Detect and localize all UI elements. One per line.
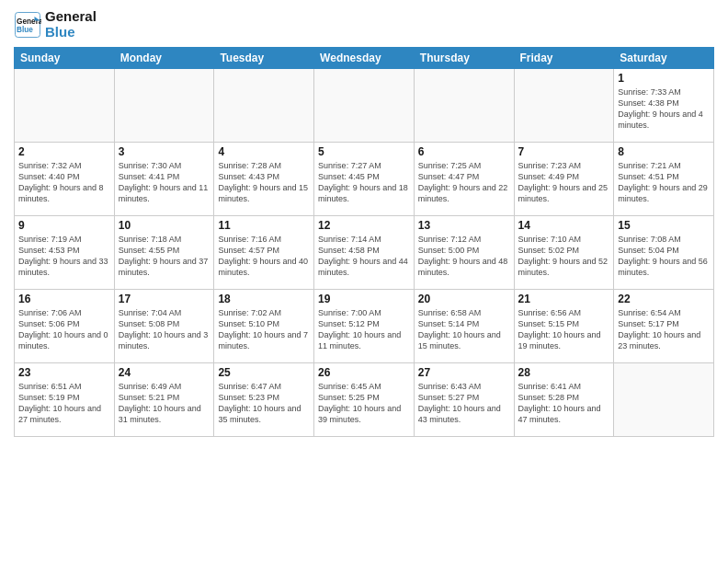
day-info: Sunrise: 6:56 AM Sunset: 5:15 PM Dayligh… [518,307,610,352]
calendar-day-cell: 9Sunrise: 7:19 AM Sunset: 4:53 PM Daylig… [15,216,115,290]
day-number: 22 [618,293,710,305]
day-number: 10 [119,219,210,232]
weekday-header: Saturday [614,48,714,69]
day-info: Sunrise: 7:14 AM Sunset: 4:58 PM Dayligh… [318,234,410,279]
day-number: 5 [318,145,410,158]
day-info: Sunrise: 7:27 AM Sunset: 4:45 PM Dayligh… [318,160,410,205]
day-info: Sunrise: 7:04 AM Sunset: 5:08 PM Dayligh… [119,307,210,352]
calendar-day-cell: 16Sunrise: 7:06 AM Sunset: 5:06 PM Dayli… [15,290,115,363]
day-number: 11 [218,219,310,232]
calendar-day-cell: 28Sunrise: 6:41 AM Sunset: 5:28 PM Dayli… [514,363,614,437]
calendar-day-cell: 17Sunrise: 7:04 AM Sunset: 5:08 PM Dayli… [114,290,214,363]
calendar-day-cell: 19Sunrise: 7:00 AM Sunset: 5:12 PM Dayli… [314,290,415,363]
calendar-day-cell: 11Sunrise: 7:16 AM Sunset: 4:57 PM Dayli… [214,216,314,290]
calendar-day-cell: 20Sunrise: 6:58 AM Sunset: 5:14 PM Dayli… [414,290,514,363]
calendar-day-cell: 27Sunrise: 6:43 AM Sunset: 5:27 PM Dayli… [414,363,514,437]
calendar-day-cell: 23Sunrise: 6:51 AM Sunset: 5:19 PM Dayli… [15,363,115,437]
calendar-table: SundayMondayTuesdayWednesdayThursdayFrid… [14,47,714,437]
day-number: 15 [618,219,710,232]
day-info: Sunrise: 7:00 AM Sunset: 5:12 PM Dayligh… [318,307,410,352]
day-info: Sunrise: 6:41 AM Sunset: 5:28 PM Dayligh… [518,381,610,426]
day-info: Sunrise: 7:32 AM Sunset: 4:40 PM Dayligh… [18,160,110,205]
day-info: Sunrise: 7:21 AM Sunset: 4:51 PM Dayligh… [618,160,710,205]
day-number: 23 [18,366,110,379]
calendar-day-cell [114,69,214,143]
calendar-day-cell: 10Sunrise: 7:18 AM Sunset: 4:55 PM Dayli… [114,216,214,290]
calendar-day-cell: 14Sunrise: 7:10 AM Sunset: 5:02 PM Dayli… [514,216,614,290]
weekday-header: Monday [114,48,214,69]
day-info: Sunrise: 6:51 AM Sunset: 5:19 PM Dayligh… [18,381,110,426]
weekday-header: Sunday [15,48,115,69]
logo-line1: General [45,9,97,25]
day-info: Sunrise: 7:06 AM Sunset: 5:06 PM Dayligh… [18,307,110,352]
day-number: 18 [218,293,310,305]
day-info: Sunrise: 7:30 AM Sunset: 4:41 PM Dayligh… [119,160,210,205]
calendar-day-cell: 24Sunrise: 6:49 AM Sunset: 5:21 PM Dayli… [114,363,214,437]
calendar-day-cell [414,69,514,143]
calendar-day-cell: 4Sunrise: 7:28 AM Sunset: 4:43 PM Daylig… [214,143,314,216]
day-info: Sunrise: 7:08 AM Sunset: 5:04 PM Dayligh… [618,234,710,279]
calendar-day-cell: 25Sunrise: 6:47 AM Sunset: 5:23 PM Dayli… [214,363,314,437]
day-number: 7 [518,145,610,158]
day-info: Sunrise: 7:19 AM Sunset: 4:53 PM Dayligh… [18,234,110,279]
calendar-week-row: 16Sunrise: 7:06 AM Sunset: 5:06 PM Dayli… [15,290,714,363]
day-info: Sunrise: 6:47 AM Sunset: 5:23 PM Dayligh… [218,381,310,426]
day-number: 21 [518,293,610,305]
calendar-week-row: 2Sunrise: 7:32 AM Sunset: 4:40 PM Daylig… [15,143,714,216]
calendar-header-row: SundayMondayTuesdayWednesdayThursdayFrid… [15,48,714,69]
calendar-day-cell [514,69,614,143]
day-number: 12 [318,219,410,232]
calendar-day-cell: 15Sunrise: 7:08 AM Sunset: 5:04 PM Dayli… [614,216,714,290]
calendar-day-cell: 26Sunrise: 6:45 AM Sunset: 5:25 PM Dayli… [314,363,415,437]
day-number: 6 [418,145,510,158]
day-info: Sunrise: 7:18 AM Sunset: 4:55 PM Dayligh… [119,234,210,279]
weekday-header: Friday [514,48,614,69]
day-number: 4 [218,145,310,158]
calendar-day-cell [15,69,115,143]
calendar-day-cell: 21Sunrise: 6:56 AM Sunset: 5:15 PM Dayli… [514,290,614,363]
day-info: Sunrise: 6:45 AM Sunset: 5:25 PM Dayligh… [318,381,410,426]
day-info: Sunrise: 7:02 AM Sunset: 5:10 PM Dayligh… [218,307,310,352]
day-info: Sunrise: 7:23 AM Sunset: 4:49 PM Dayligh… [518,160,610,205]
day-number: 16 [18,293,110,305]
calendar-day-cell: 1Sunrise: 7:33 AM Sunset: 4:38 PM Daylig… [614,69,714,143]
day-info: Sunrise: 6:58 AM Sunset: 5:14 PM Dayligh… [418,307,510,352]
calendar-day-cell: 12Sunrise: 7:14 AM Sunset: 4:58 PM Dayli… [314,216,415,290]
day-info: Sunrise: 6:49 AM Sunset: 5:21 PM Dayligh… [119,381,210,426]
day-number: 24 [119,366,210,379]
calendar-day-cell: 6Sunrise: 7:25 AM Sunset: 4:47 PM Daylig… [414,143,514,216]
calendar-day-cell: 8Sunrise: 7:21 AM Sunset: 4:51 PM Daylig… [614,143,714,216]
svg-text:Blue: Blue [17,25,33,33]
calendar-day-cell: 3Sunrise: 7:30 AM Sunset: 4:41 PM Daylig… [114,143,214,216]
day-info: Sunrise: 7:16 AM Sunset: 4:57 PM Dayligh… [218,234,310,279]
calendar-week-row: 1Sunrise: 7:33 AM Sunset: 4:38 PM Daylig… [15,69,714,143]
calendar-day-cell [214,69,314,143]
calendar-day-cell: 22Sunrise: 6:54 AM Sunset: 5:17 PM Dayli… [614,290,714,363]
calendar-day-cell: 5Sunrise: 7:27 AM Sunset: 4:45 PM Daylig… [314,143,415,216]
day-number: 28 [518,366,610,379]
day-number: 20 [418,293,510,305]
calendar-day-cell: 7Sunrise: 7:23 AM Sunset: 4:49 PM Daylig… [514,143,614,216]
calendar-day-cell [614,363,714,437]
day-number: 13 [418,219,510,232]
day-number: 26 [318,366,410,379]
svg-text:General: General [17,17,41,25]
day-number: 25 [218,366,310,379]
day-number: 2 [18,145,110,158]
weekday-header: Wednesday [314,48,415,69]
calendar-day-cell: 2Sunrise: 7:32 AM Sunset: 4:40 PM Daylig… [15,143,115,216]
day-info: Sunrise: 6:54 AM Sunset: 5:17 PM Dayligh… [618,307,710,352]
logo-line2: Blue [45,25,97,40]
day-info: Sunrise: 7:10 AM Sunset: 5:02 PM Dayligh… [518,234,610,279]
page: General Blue General Blue SundayMondayTu… [0,0,728,563]
calendar-day-cell: 18Sunrise: 7:02 AM Sunset: 5:10 PM Dayli… [214,290,314,363]
day-info: Sunrise: 7:25 AM Sunset: 4:47 PM Dayligh… [418,160,510,205]
day-number: 27 [418,366,510,379]
day-number: 14 [518,219,610,232]
calendar-day-cell [314,69,415,143]
logo-icon: General Blue [14,11,41,39]
day-number: 1 [618,72,710,85]
day-info: Sunrise: 6:43 AM Sunset: 5:27 PM Dayligh… [418,381,510,426]
day-number: 8 [618,145,710,158]
day-number: 17 [119,293,210,305]
